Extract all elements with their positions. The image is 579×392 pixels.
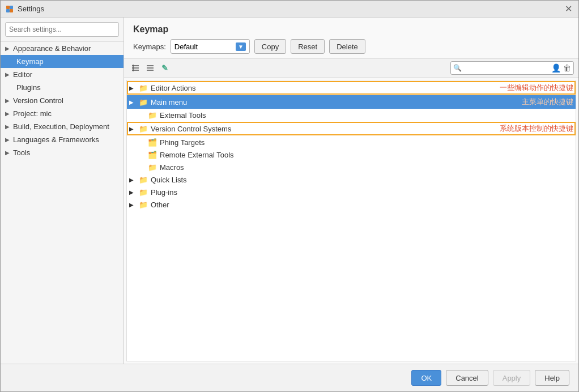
app-icon — [5, 5, 14, 14]
svg-rect-3 — [10, 9, 13, 12]
edit-button[interactable]: ✎ — [158, 61, 172, 75]
tree-item-quick-lists[interactable]: ▶ 📁 Quick Lists — [127, 173, 576, 186]
folder-icon: 📁 — [138, 83, 148, 92]
dropdown-arrow-icon: ▼ — [236, 42, 246, 51]
sidebar-item-build[interactable]: ▶ Build, Execution, Deployment — [1, 120, 124, 133]
sidebar: ▶ Appearance & Behavior Keymap ▶ Editor … — [1, 18, 124, 364]
sidebar-item-label: Build, Execution, Deployment — [13, 122, 109, 131]
right-panel: Keymap Keymaps: Default ▼ Copy Reset Del… — [124, 18, 578, 364]
tree-item-label: Phing Targets — [160, 138, 573, 147]
sidebar-search-container — [1, 18, 124, 42]
reset-button[interactable]: Reset — [291, 39, 325, 54]
tree-item-main-menu[interactable]: ▶ 📁 Main menu 主菜单的快捷键 — [127, 95, 576, 109]
ok-button[interactable]: OK — [411, 370, 441, 386]
sidebar-item-project[interactable]: ▶ Project: mic — [1, 107, 124, 120]
keymaps-value: Default — [174, 42, 233, 51]
tree-item-label: External Tools — [160, 111, 573, 120]
sidebar-item-tools[interactable]: ▶ Tools — [1, 146, 124, 159]
tree-item-label: Macros — [160, 163, 573, 172]
user-icon: 👤 — [551, 63, 561, 73]
folder-icon: 📁 — [138, 200, 148, 209]
svg-rect-0 — [6, 6, 10, 9]
folder-icon: 📁 — [138, 175, 148, 184]
arrow-icon: ▶ — [5, 123, 13, 130]
close-button[interactable]: ✕ — [563, 3, 574, 15]
help-button[interactable]: Help — [535, 370, 569, 386]
tree-item-other[interactable]: ▶ 📁 Other — [127, 198, 576, 211]
keymaps-label: Keymaps: — [133, 42, 166, 51]
tree-item-remote-external-tools[interactable]: 🗂️ Remote External Tools — [127, 148, 576, 161]
folder-small-icon: 🗂️ — [147, 138, 157, 147]
arrow-icon: ▶ — [5, 45, 13, 52]
tree-arrow-icon: ▶ — [129, 99, 138, 105]
collapse-all-button[interactable] — [143, 61, 157, 75]
tree-item-annotation: 一些编辑动作的快捷键 — [500, 83, 573, 93]
tree-item-label: Editor Actions — [151, 84, 491, 92]
sidebar-item-label: Keymap — [16, 57, 44, 66]
bottom-bar: OK Cancel Apply Help — [1, 364, 578, 391]
tree-container: ▶ 📁 Editor Actions 一些编辑动作的快捷键 ▶ 📁 Main m… — [126, 80, 576, 361]
tree-item-label: Version Control Systems — [151, 125, 491, 133]
sidebar-item-label: Appearance & Behavior — [13, 44, 91, 53]
tree-arrow-icon: ▶ — [129, 202, 138, 208]
keymaps-dropdown[interactable]: Default ▼ — [171, 39, 250, 54]
panel-header: Keymap Keymaps: Default ▼ Copy Reset Del… — [124, 18, 578, 59]
sidebar-item-label: Tools — [13, 148, 30, 157]
folder-icon: 📁 — [147, 163, 157, 172]
folder-icon: 📁 — [138, 124, 148, 133]
arrow-icon: ▶ — [5, 150, 13, 156]
tree-item-editor-actions[interactable]: ▶ 📁 Editor Actions 一些编辑动作的快捷键 — [127, 81, 576, 95]
delete-button[interactable]: Delete — [329, 39, 365, 54]
tree-arrow-icon: ▶ — [129, 189, 138, 195]
search-icon: 🔍 — [453, 64, 462, 72]
tree-item-version-control-systems[interactable]: ▶ 📁 Version Control Systems 系统版本控制的快捷键 — [127, 122, 576, 135]
sidebar-item-label: Version Control — [13, 96, 63, 105]
arrow-icon: ▶ — [5, 137, 13, 143]
sidebar-item-keymap[interactable]: Keymap — [1, 55, 124, 68]
trash-icon[interactable]: 🗑 — [563, 63, 571, 73]
sidebar-item-appearance[interactable]: ▶ Appearance & Behavior — [1, 42, 124, 55]
keymaps-row: Keymaps: Default ▼ Copy Reset Delete — [133, 39, 569, 54]
sidebar-item-version-control[interactable]: ▶ Version Control — [1, 94, 124, 107]
tree-item-external-tools[interactable]: 📁 External Tools — [127, 109, 576, 121]
arrow-icon: ▶ — [5, 110, 13, 117]
tree-item-label: Main menu — [151, 98, 513, 106]
panel-title: Keymap — [133, 24, 569, 35]
tree-item-macros[interactable]: 📁 Macros — [127, 161, 576, 173]
sidebar-item-label: Plugins — [16, 83, 41, 92]
tree-arrow-icon: ▶ — [129, 126, 138, 132]
sidebar-item-editor[interactable]: ▶ Editor — [1, 68, 124, 81]
titlebar: Settings ✕ — [1, 1, 578, 18]
tree-search-input[interactable] — [464, 64, 549, 72]
tree-item-plug-ins[interactable]: ▶ 📁 Plug-ins — [127, 186, 576, 198]
folder-icon: 📁 — [138, 188, 148, 197]
apply-button[interactable]: Apply — [493, 370, 531, 386]
folder-icon: 📁 — [138, 97, 148, 106]
arrow-icon: ▶ — [5, 97, 13, 104]
settings-window: Settings ✕ ▶ Appearance & Behavior Keyma… — [0, 0, 579, 392]
copy-button[interactable]: Copy — [254, 39, 286, 54]
sidebar-item-label: Languages & Frameworks — [13, 135, 99, 144]
sidebar-search-input[interactable] — [5, 22, 119, 37]
tree-item-annotation: 系统版本控制的快捷键 — [500, 123, 573, 134]
tree-item-phing-targets[interactable]: 🗂️ Phing Targets — [127, 136, 576, 148]
sidebar-item-languages[interactable]: ▶ Languages & Frameworks — [1, 133, 124, 146]
expand-all-button[interactable] — [129, 61, 142, 75]
tree-item-label: Remote External Tools — [160, 151, 573, 159]
main-content: ▶ Appearance & Behavior Keymap ▶ Editor … — [1, 18, 578, 364]
tree-item-label: Other — [151, 201, 573, 209]
tree-item-label: Quick Lists — [151, 176, 573, 184]
tree-search-container: 🔍 👤 🗑 — [450, 61, 574, 75]
folder-icon: 📁 — [147, 110, 157, 120]
sidebar-item-plugins[interactable]: Plugins — [1, 81, 124, 94]
cancel-button[interactable]: Cancel — [446, 370, 488, 386]
window-title: Settings — [18, 5, 563, 13]
tree-arrow-icon: ▶ — [129, 85, 138, 91]
svg-rect-1 — [10, 6, 13, 9]
svg-rect-2 — [6, 9, 10, 12]
tree-item-label: Plug-ins — [151, 188, 573, 197]
tree-arrow-icon: ▶ — [129, 177, 138, 183]
arrow-icon: ▶ — [5, 71, 13, 78]
tree-item-annotation: 主菜单的快捷键 — [522, 97, 573, 107]
sidebar-item-label: Editor — [13, 70, 32, 79]
